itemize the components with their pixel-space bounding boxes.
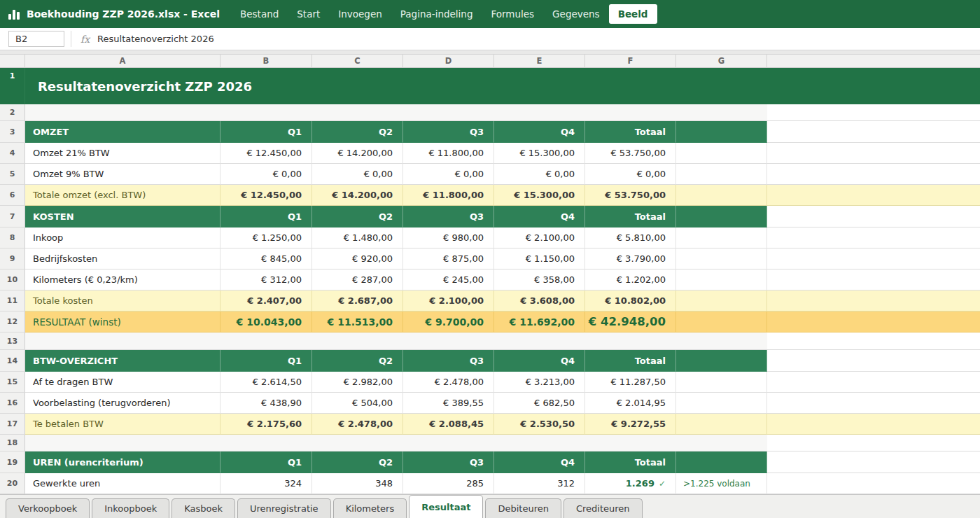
cell-D19[interactable]: Q3 [403, 451, 494, 473]
column-header-f[interactable]: F [585, 55, 676, 67]
cell-B6[interactable]: € 12.450,00 [220, 185, 312, 206]
cell-E7[interactable]: Q4 [494, 206, 585, 227]
cell-G15[interactable] [676, 372, 767, 393]
cell-F19[interactable]: Totaal [585, 451, 676, 473]
menu-item-beeld[interactable]: Beeld [609, 4, 657, 24]
row-header-2[interactable]: 2 [0, 104, 25, 121]
row-header-12[interactable]: 12 [0, 312, 25, 332]
sheet-tab-debiteuren[interactable]: Debiteuren [485, 498, 561, 518]
cell-E3[interactable]: Q4 [494, 121, 585, 143]
cell-F4[interactable]: € 53.750,00 [585, 143, 676, 164]
cell-B5[interactable]: € 0,00 [220, 164, 312, 185]
cell-range-A2-G2[interactable] [25, 104, 767, 121]
cell-B9[interactable]: € 845,00 [220, 248, 312, 270]
cell-D11[interactable]: € 2.100,00 [403, 290, 494, 312]
cell-A3[interactable]: OMZET [25, 121, 220, 143]
cell-D9[interactable]: € 875,00 [403, 248, 494, 270]
row-header-3[interactable]: 3 [0, 121, 25, 143]
cell-A14[interactable]: BTW-OVERZICHT [25, 350, 220, 372]
cell-B17[interactable]: € 2.175,60 [220, 414, 312, 435]
cell-A8[interactable]: Inkoop [25, 227, 220, 248]
cell-F10[interactable]: € 1.202,00 [585, 270, 676, 290]
row-header-5[interactable]: 5 [0, 164, 25, 185]
cell-E19[interactable]: Q4 [494, 451, 585, 473]
cell-A16[interactable]: Voorbelasting (terugvorderen) [25, 393, 220, 414]
cell-B8[interactable]: € 1.250,00 [220, 227, 312, 248]
sheet-tab-kasboek[interactable]: Kasboek [172, 498, 235, 518]
row-header-7[interactable]: 7 [0, 206, 25, 227]
cell-B15[interactable]: € 2.614,50 [220, 372, 312, 393]
cell-G9[interactable] [676, 248, 767, 270]
cell-B10[interactable]: € 312,00 [220, 270, 312, 290]
cell-B20[interactable]: 324 [220, 473, 312, 494]
cell-C6[interactable]: € 14.200,00 [312, 185, 403, 206]
cell-B7[interactable]: Q1 [220, 206, 312, 227]
cell-range-A13-G13[interactable] [25, 332, 767, 350]
cell-C11[interactable]: € 2.687,00 [312, 290, 403, 312]
cell-A20[interactable]: Gewerkte uren [25, 473, 220, 494]
cell-D6[interactable]: € 11.800,00 [403, 185, 494, 206]
cell-A12[interactable]: RESULTAAT (winst) [25, 312, 220, 332]
cell-G3[interactable] [676, 121, 767, 143]
cell-E6[interactable]: € 15.300,00 [494, 185, 585, 206]
cell-F15[interactable]: € 11.287,50 [585, 372, 676, 393]
cell-F20[interactable]: 1.269✓ [585, 473, 676, 494]
cell-E20[interactable]: 312 [494, 473, 585, 494]
cell-D10[interactable]: € 245,00 [403, 270, 494, 290]
column-header-d[interactable]: D [403, 55, 494, 67]
row-header-15[interactable]: 15 [0, 372, 25, 393]
cell-G11[interactable] [676, 290, 767, 312]
sheet-tab-crediteuren[interactable]: Crediteuren [564, 498, 643, 518]
cell-B3[interactable]: Q1 [220, 121, 312, 143]
cell-A10[interactable]: Kilometers (€ 0,23/km) [25, 270, 220, 290]
column-header-a[interactable]: A [25, 55, 220, 67]
sheet-tab-kilometers[interactable]: Kilometers [333, 498, 407, 518]
cell-G10[interactable] [676, 270, 767, 290]
row-header-11[interactable]: 11 [0, 290, 25, 312]
column-header-g[interactable]: G [676, 55, 767, 67]
cell-A4[interactable]: Omzet 21% BTW [25, 143, 220, 164]
cell-C10[interactable]: € 287,00 [312, 270, 403, 290]
column-header-b[interactable]: B [220, 55, 312, 67]
row-header-20[interactable]: 20 [0, 473, 25, 494]
cell-G5[interactable] [676, 164, 767, 185]
row-header-18[interactable]: 18 [0, 435, 25, 451]
cell-B16[interactable]: € 438,90 [220, 393, 312, 414]
cell-E11[interactable]: € 3.608,00 [494, 290, 585, 312]
menu-item-pagina-indeling[interactable]: Pagina-indeling [391, 4, 482, 24]
row-header-4[interactable]: 4 [0, 143, 25, 164]
cell-E15[interactable]: € 3.213,00 [494, 372, 585, 393]
cell-E10[interactable]: € 358,00 [494, 270, 585, 290]
cell-G7[interactable] [676, 206, 767, 227]
cell-D14[interactable]: Q3 [403, 350, 494, 372]
cell-G17[interactable] [676, 414, 767, 435]
select-all-corner[interactable] [0, 55, 25, 67]
cell-D12[interactable]: € 9.700,00 [403, 312, 494, 332]
cell-D7[interactable]: Q3 [403, 206, 494, 227]
cell-C9[interactable]: € 920,00 [312, 248, 403, 270]
cell-D8[interactable]: € 980,00 [403, 227, 494, 248]
cell-C15[interactable]: € 2.982,00 [312, 372, 403, 393]
cell-C7[interactable]: Q2 [312, 206, 403, 227]
cell-D16[interactable]: € 389,55 [403, 393, 494, 414]
cell-A19[interactable]: UREN (urencriterium) [25, 451, 220, 473]
cell-F12[interactable]: € 42.948,00 [585, 312, 676, 332]
cell-E12[interactable]: € 11.692,00 [494, 312, 585, 332]
cell-E17[interactable]: € 2.530,50 [494, 414, 585, 435]
cell-C8[interactable]: € 1.480,00 [312, 227, 403, 248]
formula-input[interactable]: Resultatenoverzicht 2026 [97, 34, 214, 44]
cell-F17[interactable]: € 9.272,55 [585, 414, 676, 435]
cell-B14[interactable]: Q1 [220, 350, 312, 372]
menu-item-invoegen[interactable]: Invoegen [329, 4, 391, 24]
menu-item-bestand[interactable]: Bestand [231, 4, 288, 24]
cell-C5[interactable]: € 0,00 [312, 164, 403, 185]
cell-range-A18-G18[interactable] [25, 435, 767, 451]
cell-D15[interactable]: € 2.478,00 [403, 372, 494, 393]
cell-A6[interactable]: Totale omzet (excl. BTW) [25, 185, 220, 206]
cell-A15[interactable]: Af te dragen BTW [25, 372, 220, 393]
cell-D17[interactable]: € 2.088,45 [403, 414, 494, 435]
cell-B4[interactable]: € 12.450,00 [220, 143, 312, 164]
cell-G19[interactable] [676, 451, 767, 473]
row-header-17[interactable]: 17 [0, 414, 25, 435]
cell-D20[interactable]: 285 [403, 473, 494, 494]
